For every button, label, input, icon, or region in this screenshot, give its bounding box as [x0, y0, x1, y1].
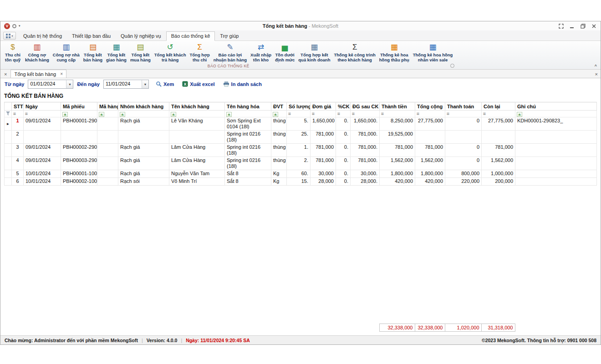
filter-cell-ten-khach-hang[interactable]: a	[169, 111, 225, 117]
filter-cell-pct-ck[interactable]: =	[336, 111, 351, 117]
cell-stt[interactable]: 6	[12, 178, 24, 186]
cell-ghi-chu[interactable]: KDH00001-290823_	[515, 117, 597, 131]
cell-ma-hang[interactable]	[97, 131, 118, 144]
cell-nhom-khach-hang[interactable]: Rạch giá	[118, 117, 169, 131]
filter-cell-don-gia[interactable]: =	[311, 111, 336, 117]
cell-ma-phieu[interactable]: PBH00003-290...	[61, 157, 97, 170]
cell-ten-hang-hoa[interactable]: Sơn Spring Ext 0104 (18l)	[225, 117, 271, 131]
cell-pct-ck[interactable]: 0.	[336, 157, 351, 170]
cell-dg-sau-ck[interactable]: 781,000.	[351, 144, 380, 157]
column-header-ma-phieu[interactable]: Mã phiếu	[61, 102, 97, 111]
column-header-dg-sau-ck[interactable]: ĐG sau CK	[351, 102, 380, 111]
cell-don-gia[interactable]: 1,650,000	[311, 117, 336, 131]
ribbon-item-bao-cao-loi-nhuan-ban-hang[interactable]: ✎Báo cáo lợi nhuận bán hàng	[212, 41, 249, 63]
cell-ghi-chu[interactable]	[515, 157, 597, 170]
cell-ten-hang-hoa[interactable]: Spring int 0216 (18l)	[225, 144, 271, 157]
cell-ma-hang[interactable]	[97, 144, 118, 157]
tab-close-icon[interactable]: ×	[60, 72, 63, 76]
cell-don-gia[interactable]: 28,000	[311, 178, 336, 186]
document-tab-tong-ket-ban-hang[interactable]: Tổng kết bán hàng ×	[10, 70, 66, 78]
filter-cell-con-lai[interactable]: =	[482, 111, 515, 117]
ribbon-item-tong-ket-ban-hang[interactable]: ▤Tổng kết bán hàng	[81, 41, 104, 63]
cell-so-luong[interactable]: 5.	[287, 117, 311, 131]
cell-ghi-chu[interactable]	[515, 131, 597, 144]
cell-ten-hang-hoa[interactable]: Sắt 8	[225, 170, 271, 178]
cell-con-lai[interactable]	[482, 131, 515, 144]
cell-ghi-chu[interactable]	[515, 178, 597, 186]
cell-ngay[interactable]: 10/01/2024	[24, 178, 61, 186]
cell-con-lai[interactable]: 1,000,000	[482, 170, 515, 178]
ribbon-item-cong-no-khach-hang[interactable]: ▥Công nợ khách hàng	[23, 41, 51, 63]
cell-dg-sau-ck[interactable]: 781,000.	[351, 157, 380, 170]
column-header-dvt[interactable]: ĐVT	[271, 102, 287, 111]
quick-access-icon[interactable]	[12, 24, 16, 28]
minimize-icon[interactable]	[569, 23, 575, 29]
filter-cell-so-luong[interactable]: =	[287, 111, 311, 117]
cell-ngay[interactable]: 10/01/2024	[24, 170, 61, 178]
cell-so-luong[interactable]: 1.	[287, 144, 311, 157]
column-header-nhom-khach-hang[interactable]: Nhóm khách hàng	[118, 102, 169, 111]
cell-ma-hang[interactable]	[97, 178, 118, 186]
from-date-dropdown-icon[interactable]: ▼	[66, 80, 73, 88]
filter-cell-thanh-toan[interactable]: =	[445, 111, 482, 117]
ribbon-item-thu-chi-ton-quy[interactable]: $Thu chi tồn quỹ	[2, 41, 23, 63]
print-list-button[interactable]: In danh sách	[222, 80, 263, 89]
cell-dvt[interactable]: Kg	[271, 178, 287, 186]
filter-cell-stt[interactable]: =	[12, 111, 24, 117]
cell-thanh-toan[interactable]: 800,000	[445, 170, 482, 178]
cell-thanh-toan[interactable]: 0	[445, 144, 482, 157]
cell-pct-ck[interactable]: 0.	[336, 178, 351, 186]
cell-stt[interactable]: 2	[12, 131, 24, 144]
filter-cell-tong-cong[interactable]: =	[415, 111, 445, 117]
cell-don-gia[interactable]: 781,000	[311, 131, 336, 144]
grid-row[interactable]: 610/01/2024PBH00002-100...Rạch sóiVõ Min…	[5, 178, 597, 186]
ribbon-item-thong-ke-cong-trinh-theo-khach-hang[interactable]: ΣThống kê công trình theo khách hàng	[332, 41, 377, 63]
cell-tong-cong[interactable]: 1,800,000	[415, 170, 445, 178]
menu-tab-quan-ly-nghiep-vu[interactable]: Quản lý nghiệp vụ	[116, 31, 166, 41]
filter-cell-thanh-tien[interactable]: =	[380, 111, 415, 117]
column-header-don-gia[interactable]: Đơn giá	[311, 102, 336, 111]
cell-so-luong[interactable]: 60.	[287, 170, 311, 178]
cell-ghi-chu[interactable]	[515, 144, 597, 157]
cell-tong-cong[interactable]: 27,775,000	[415, 117, 445, 131]
grid-row[interactable]: 510/01/2024PBH00001-100...Rạch giáNguyễn…	[5, 170, 597, 178]
cell-ten-khach-hang[interactable]: Nguyễn Văn Tam	[169, 170, 225, 178]
column-header-con-lai[interactable]: Còn lại	[482, 102, 515, 111]
view-button[interactable]: Xem	[154, 80, 175, 89]
cell-tong-cong[interactable]: 1,562,000	[415, 157, 445, 170]
cell-nhom-khach-hang[interactable]: Rạch sói	[118, 178, 169, 186]
ribbon-item-tong-ket-mua-hang[interactable]: ▤Tổng kết mua hàng	[128, 41, 153, 63]
cell-dg-sau-ck[interactable]: 781,000.	[351, 131, 380, 144]
ribbon-item-ton-duoi-dinh-muc[interactable]: ▅Tồn dưới định mức	[273, 41, 296, 63]
to-date-input[interactable]: 11/01/2024 ▼	[103, 80, 149, 89]
close-tab-left-icon[interactable]: ×	[4, 72, 7, 77]
cell-ma-hang[interactable]	[97, 170, 118, 178]
cell-nhom-khach-hang[interactable]: Rạch giá	[118, 144, 169, 157]
column-header-ngay[interactable]: Ngày	[24, 102, 61, 111]
cell-thanh-tien[interactable]: 8,250,000	[380, 117, 415, 131]
ribbon-item-tong-ket-khach-tra-hang[interactable]: ↺Tổng kết khách trả hàng	[153, 41, 188, 63]
cell-ten-khach-hang[interactable]	[169, 131, 225, 144]
to-date-dropdown-icon[interactable]: ▼	[142, 80, 148, 88]
grid-row[interactable]: ►109/01/2024PBH00001-290...Rạch giáLê Vă…	[5, 117, 597, 131]
cell-thanh-toan[interactable]: 0	[445, 157, 482, 170]
cell-dvt[interactable]: thùng	[271, 131, 287, 144]
grid-row[interactable]: 309/01/2024PBH00002-290...Rạch giáLâm Cử…	[5, 144, 597, 157]
close-tab-right-icon[interactable]: ×	[595, 72, 598, 77]
filter-cell-dg-sau-ck[interactable]: =	[351, 111, 380, 117]
cell-thanh-tien[interactable]: 1,562,000	[380, 157, 415, 170]
cell-ngay[interactable]: 09/01/2024	[24, 157, 61, 170]
cell-tong-cong[interactable]	[415, 131, 445, 144]
cell-pct-ck[interactable]: 0.	[336, 131, 351, 144]
cell-stt[interactable]: 1	[12, 117, 24, 131]
cell-ma-hang[interactable]	[97, 117, 118, 131]
cell-stt[interactable]: 4	[12, 157, 24, 170]
cell-dvt[interactable]: thùng	[271, 144, 287, 157]
cell-pct-ck[interactable]: 0.	[336, 117, 351, 131]
quick-access-dropdown-icon[interactable]: ▾	[19, 24, 20, 28]
cell-dvt[interactable]: thùng	[271, 157, 287, 170]
cell-thanh-tien[interactable]: 1,800,000	[380, 170, 415, 178]
cell-con-lai[interactable]: 27,775,000	[482, 117, 515, 131]
cell-stt[interactable]: 3	[12, 144, 24, 157]
cell-con-lai[interactable]: 1,562,000	[482, 157, 515, 170]
